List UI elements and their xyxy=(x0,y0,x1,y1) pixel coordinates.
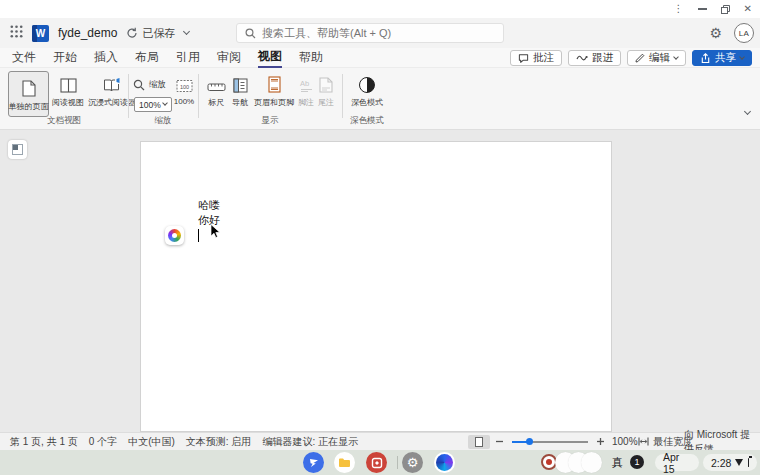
window-titlebar: ⋮ ✕ xyxy=(0,0,760,18)
reading-view-icon xyxy=(60,73,77,93)
word-logo-icon[interactable]: W xyxy=(32,25,49,42)
share-button[interactable]: 共享 xyxy=(692,50,752,66)
avatar[interactable]: LA xyxy=(734,23,754,43)
catch-up-icon xyxy=(576,54,588,62)
word-count[interactable]: 0 个字 xyxy=(89,435,117,449)
immersive-reader-icon xyxy=(103,73,121,93)
ruler-label: 标尺 xyxy=(208,97,224,108)
reading-view-button[interactable]: 阅读视图 xyxy=(50,73,86,108)
ribbon-divider xyxy=(198,74,199,118)
app-header: W fyde_demo 已保存 ⚙ LA xyxy=(0,18,760,48)
notification-badge[interactable]: 1 xyxy=(630,455,644,469)
zoom-slider-knob[interactable] xyxy=(526,438,533,445)
search-bar[interactable] xyxy=(236,23,504,43)
reading-view-label: 阅读视图 xyxy=(52,97,84,108)
pane-toggle-icon xyxy=(12,144,23,155)
zoom-100-icon: 100 xyxy=(176,73,193,93)
tab-layout[interactable]: 布局 xyxy=(135,49,159,67)
status-tray[interactable]: 2:28 xyxy=(703,454,757,471)
zoom-button-label: 缩放 xyxy=(149,79,166,91)
editing-mode-button[interactable]: 编辑 xyxy=(627,50,686,66)
language-indicator[interactable]: 中文(中国) xyxy=(128,435,175,449)
zoom-percentage[interactable]: 100% xyxy=(612,433,638,450)
document-page[interactable]: 哈喽 你好 xyxy=(140,141,612,432)
editor-suggestions-status[interactable]: 编辑器建议: 正在显示 xyxy=(262,435,358,449)
ruler-icon xyxy=(207,73,226,93)
ruler-toggle-button[interactable]: 标尺 xyxy=(204,73,228,108)
tab-home[interactable]: 开始 xyxy=(53,49,77,67)
zoom-level-dropdown[interactable]: 100% xyxy=(134,97,172,112)
dark-mode-label: 深色模式 xyxy=(351,97,383,108)
feedback-link[interactable]: 向 Microsoft 提供反馈 xyxy=(684,433,760,450)
save-status[interactable]: 已保存 xyxy=(126,26,175,41)
group-label-dark-mode: 深色模式 xyxy=(342,115,392,127)
status-bar: 第 1 页, 共 1 页 0 个字 中文(中国) 文本预测: 启用 编辑器建议:… xyxy=(0,432,760,450)
shelf-divider xyxy=(397,456,398,469)
fit-width-icon xyxy=(638,437,649,446)
fydeos-app-icon[interactable] xyxy=(303,452,324,473)
pane-toggle-button[interactable] xyxy=(8,140,27,159)
single-page-icon xyxy=(22,77,36,97)
zoom-100-button[interactable]: 100 100% xyxy=(170,73,198,106)
tab-file[interactable]: 文件 xyxy=(12,49,36,67)
window-preview[interactable] xyxy=(581,452,602,473)
comments-button[interactable]: 批注 xyxy=(510,50,562,66)
dark-mode-button[interactable]: 深色模式 xyxy=(346,73,388,108)
save-status-label: 已保存 xyxy=(142,26,175,41)
immersive-reader-button[interactable]: 沉浸式阅读器 xyxy=(85,73,139,108)
shelf: ⚙ 真 1 Apr 15 2:28 xyxy=(0,450,760,475)
settings-app-icon[interactable]: ⚙ xyxy=(402,452,423,473)
share-label: 共享 xyxy=(715,51,736,65)
svg-text:100: 100 xyxy=(179,84,188,90)
endnote-label: 尾注 xyxy=(318,97,334,108)
plus-icon xyxy=(596,437,605,446)
single-page-view-button[interactable]: 单独的页面 xyxy=(8,71,49,117)
catch-up-button[interactable]: 跟进 xyxy=(568,50,621,66)
zoom-button[interactable]: 缩放 xyxy=(133,79,166,91)
tab-insert[interactable]: 插入 xyxy=(94,49,118,67)
header-footer-button[interactable]: 页眉和页脚 xyxy=(252,73,296,108)
zoom-slider[interactable] xyxy=(512,441,588,443)
text-line[interactable]: 哈喽 xyxy=(198,198,220,213)
minimize-icon[interactable] xyxy=(698,8,707,10)
zoom-out-button[interactable] xyxy=(495,433,504,450)
group-label-show: 显示 xyxy=(198,115,342,127)
date-display[interactable]: Apr 15 xyxy=(655,454,699,471)
menu-bar: 文件 开始 插入 布局 引用 审阅 视图 帮助 批注 跟进 编辑 共享 xyxy=(0,48,760,68)
gear-icon[interactable]: ⚙ xyxy=(709,25,722,41)
search-icon xyxy=(245,28,256,39)
close-icon[interactable]: ✕ xyxy=(744,4,752,14)
navigation-pane-icon xyxy=(233,73,248,93)
ribbon-collapse-chevron-icon[interactable] xyxy=(744,108,751,115)
chevron-down-icon xyxy=(739,54,745,60)
red-app-icon[interactable] xyxy=(366,452,387,473)
chevron-down-icon[interactable] xyxy=(183,28,190,35)
text-prediction-status[interactable]: 文本预测: 启用 xyxy=(186,435,252,449)
dark-mode-icon xyxy=(359,73,375,93)
page-view-button[interactable] xyxy=(468,435,490,449)
tab-view[interactable]: 视图 xyxy=(258,48,282,68)
catch-up-label: 跟进 xyxy=(592,51,613,65)
zoom-in-button[interactable] xyxy=(596,433,605,450)
app-launcher-icon[interactable] xyxy=(10,24,23,42)
header-footer-icon xyxy=(268,73,281,93)
navigation-toggle-button[interactable]: 导航 xyxy=(228,73,252,108)
overflow-menu-icon[interactable]: ⋮ xyxy=(674,4,684,14)
group-label-zoom: 缩放 xyxy=(128,115,198,127)
ime-indicator[interactable]: 真 xyxy=(612,455,623,470)
copilot-button[interactable] xyxy=(165,226,184,245)
search-input[interactable] xyxy=(262,27,492,39)
restore-icon[interactable] xyxy=(721,0,730,18)
endnote-button: 尾注 xyxy=(316,73,336,108)
document-title[interactable]: fyde_demo xyxy=(58,26,117,40)
mouse-pointer-icon xyxy=(210,224,222,239)
tab-help[interactable]: 帮助 xyxy=(299,49,323,67)
time-display: 2:28 xyxy=(711,457,731,469)
comment-icon xyxy=(518,53,529,64)
tab-references[interactable]: 引用 xyxy=(176,49,200,67)
document-canvas[interactable]: 哈喽 你好 xyxy=(0,130,760,432)
page-count[interactable]: 第 1 页, 共 1 页 xyxy=(10,435,78,449)
tab-review[interactable]: 审阅 xyxy=(217,49,241,67)
browser-app-icon[interactable] xyxy=(434,452,455,473)
files-app-icon[interactable] xyxy=(334,452,355,473)
